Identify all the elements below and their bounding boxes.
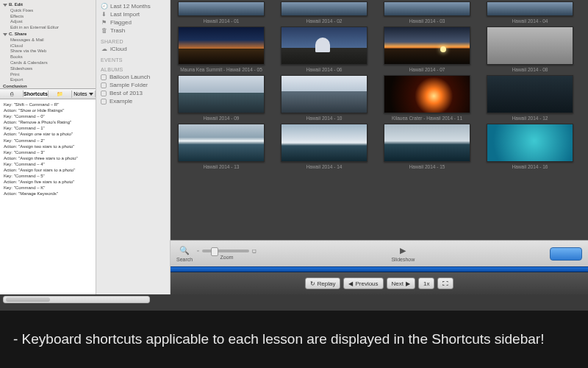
import-icon: ⬇ bbox=[101, 11, 107, 18]
nav-item[interactable]: iCloud bbox=[3, 43, 93, 49]
sidebar-item-icloud[interactable]: ☁iCloud bbox=[101, 45, 165, 53]
tab-notes[interactable]: Notes bbox=[72, 91, 96, 97]
next-button[interactable]: Next▶ bbox=[387, 277, 415, 289]
thumbnail-caption: Hawaii 2014 - 13 bbox=[178, 164, 265, 169]
shortcut-line: Key: "Command – 0" bbox=[4, 113, 92, 119]
photo-thumbnail[interactable]: Kilauea Crater - Hawaii 2014 - 11 bbox=[384, 75, 470, 121]
thumbnail-caption: Hawaii 2014 - 04 bbox=[487, 18, 573, 24]
sidebar-item-album[interactable]: Sample Folder bbox=[101, 81, 165, 89]
library-sidebar: 🕘Last 12 Months ⬇Last Import ⚑Flagged 🗑T… bbox=[96, 0, 171, 294]
events-header: EVENTS bbox=[101, 57, 165, 63]
nav-item[interactable]: Messages & Mail bbox=[3, 38, 93, 43]
shortcut-line: Action: "Remove a Photo's Rating" bbox=[4, 119, 92, 125]
shortcut-line: Key: "Command – 3" bbox=[4, 149, 92, 155]
photo-thumbnail[interactable]: Hawaii 2014 - 13 bbox=[178, 124, 265, 169]
progress-bar[interactable] bbox=[171, 266, 588, 272]
nav-item[interactable]: Slideshows bbox=[3, 66, 93, 72]
horizontal-scrollbar[interactable] bbox=[3, 296, 150, 303]
shortcut-line: Key: "Command – 4" bbox=[4, 161, 92, 167]
thumbnail-image bbox=[384, 124, 470, 162]
photo-thumbnail[interactable]: Hawaii 2014 - 03 bbox=[384, 1, 470, 24]
thumbnail-caption: Hawaii 2014 - 03 bbox=[384, 18, 470, 24]
sidebar-item-flagged[interactable]: ⚑Flagged bbox=[101, 18, 165, 26]
nav-item[interactable]: Share via the Web bbox=[3, 49, 93, 54]
nav-group-share[interactable]: C. Share bbox=[3, 32, 93, 38]
shortcut-line: Key: "Command – 5" bbox=[4, 173, 92, 179]
search-button[interactable]: 🔍 Search bbox=[176, 246, 193, 262]
photo-thumbnail[interactable]: Hawaii 2014 - 04 bbox=[487, 1, 573, 24]
content-area: Hawaii 2014 - 01Hawaii 2014 - 02Hawaii 2… bbox=[171, 0, 588, 294]
nav-group-edit[interactable]: B. Edit bbox=[3, 2, 93, 8]
photo-thumbnail[interactable]: Hawaii 2014 - 10 bbox=[281, 75, 368, 121]
sidebar-item-album[interactable]: Balloon Launch bbox=[101, 73, 165, 81]
trash-icon: 🗑 bbox=[101, 27, 107, 34]
notes-tabs: ⎙ Shortcuts 📁 Notes bbox=[0, 89, 96, 99]
checkbox-icon[interactable] bbox=[101, 74, 107, 80]
thumbnail-image bbox=[487, 26, 573, 65]
nav-item[interactable]: Export bbox=[3, 77, 93, 83]
tab-shortcuts[interactable]: Shortcuts bbox=[24, 91, 49, 97]
nav-item[interactable]: Cards & Calendars bbox=[3, 60, 93, 66]
shortcut-line: Action: "Assign one star to a photo" bbox=[4, 131, 92, 137]
photo-thumbnail[interactable]: Hawaii 2014 - 08 bbox=[487, 26, 573, 72]
nav-item[interactable]: Books bbox=[3, 54, 93, 60]
nav-item[interactable]: Quick Fixes bbox=[3, 8, 93, 14]
slideshow-button[interactable]: ▶ Slideshow bbox=[391, 246, 415, 262]
flag-icon: ⚑ bbox=[101, 19, 107, 26]
checkbox-icon[interactable] bbox=[101, 91, 107, 96]
tab-icon-folder[interactable]: 📁 bbox=[49, 91, 72, 98]
checkbox-icon[interactable] bbox=[101, 99, 107, 105]
thumbnail-image bbox=[178, 1, 265, 16]
replay-button[interactable]: ↻Replay bbox=[305, 277, 341, 289]
bottom-toolbar: 🔍 Search ▫◻ Zoom ▶ Slideshow bbox=[171, 240, 588, 266]
thumbnail-image bbox=[281, 26, 368, 65]
nav-item[interactable]: Effects bbox=[3, 14, 93, 20]
photo-thumbnail[interactable]: Hawaii 2014 - 06 bbox=[281, 26, 368, 72]
thumbnail-image bbox=[487, 1, 573, 16]
playback-controls: ↻Replay ◀Previous Next▶ 1x ⛶ bbox=[171, 272, 588, 294]
photo-thumbnail[interactable]: Mauna Kea Summit - Hawaii 2014 - 05 bbox=[178, 26, 265, 72]
albums-header: ALBUMS bbox=[101, 67, 165, 72]
photo-thumbnail[interactable]: Hawaii 2014 - 01 bbox=[178, 1, 265, 24]
sidebar-item-last-import[interactable]: ⬇Last Import bbox=[101, 10, 165, 18]
thumbnail-image bbox=[178, 75, 265, 113]
sidebar-item-last-12-months[interactable]: 🕘Last 12 Months bbox=[101, 2, 165, 10]
sidebar-item-album[interactable]: Best of 2013 bbox=[101, 89, 165, 97]
action-button[interactable] bbox=[550, 247, 582, 261]
sidebar-item-album[interactable]: Example bbox=[101, 97, 165, 105]
photo-thumbnail[interactable]: Hawaii 2014 - 07 bbox=[384, 26, 470, 72]
shortcut-line: Action: "Assign three stars to a photo" bbox=[4, 155, 92, 161]
zoom-slider[interactable] bbox=[202, 250, 249, 252]
shared-header: SHARED bbox=[101, 39, 165, 44]
nav-item[interactable]: Adjust bbox=[3, 19, 93, 25]
photo-thumbnail[interactable]: Hawaii 2014 - 14 bbox=[281, 124, 368, 169]
thumbnail-caption: Kilauea Crater - Hawaii 2014 - 11 bbox=[384, 116, 470, 121]
speed-button[interactable]: 1x bbox=[418, 277, 434, 289]
thumbnail-caption: Hawaii 2014 - 12 bbox=[487, 116, 573, 121]
photo-thumbnail[interactable]: Hawaii 2014 - 02 bbox=[281, 1, 368, 24]
thumbnail-image bbox=[178, 124, 265, 162]
notes-panel: ⎙ Shortcuts 📁 Notes Key: "Shift – Comman… bbox=[0, 88, 96, 294]
fullscreen-button[interactable]: ⛶ bbox=[437, 277, 453, 289]
photo-thumbnail[interactable]: Hawaii 2014 - 09 bbox=[178, 75, 265, 121]
zoom-out-icon: ▫ bbox=[197, 248, 198, 253]
fullscreen-icon: ⛶ bbox=[442, 280, 448, 287]
nav-item[interactable]: Edit in an External Editor bbox=[3, 25, 93, 31]
nav-item[interactable]: Print bbox=[3, 72, 93, 78]
photo-thumbnail[interactable]: Hawaii 2014 - 16 bbox=[487, 124, 573, 169]
workspace: B. Edit Quick Fixes Effects Adjust Edit … bbox=[0, 0, 588, 294]
sidebar-item-trash[interactable]: 🗑Trash bbox=[101, 26, 165, 35]
cloud-icon: ☁ bbox=[101, 46, 107, 52]
shortcuts-list: Key: "Shift – Command – R"Action: "Show … bbox=[0, 99, 96, 294]
zoom-control[interactable]: ▫◻ Zoom bbox=[197, 248, 256, 260]
checkbox-icon[interactable] bbox=[101, 82, 107, 88]
photo-thumbnail[interactable]: Hawaii 2014 - 12 bbox=[487, 75, 573, 121]
tab-icon-left[interactable]: ⎙ bbox=[0, 91, 24, 97]
prev-icon: ◀ bbox=[348, 280, 353, 287]
photo-thumbnail[interactable]: Hawaii 2014 - 15 bbox=[384, 124, 470, 169]
previous-button[interactable]: ◀Previous bbox=[343, 277, 383, 289]
thumbnail-grid[interactable]: Hawaii 2014 - 01Hawaii 2014 - 02Hawaii 2… bbox=[171, 0, 588, 240]
nav-tree: B. Edit Quick Fixes Effects Adjust Edit … bbox=[0, 0, 96, 88]
shortcut-line: Key: "Command – 1" bbox=[4, 125, 92, 131]
thumbnail-caption: Hawaii 2014 - 08 bbox=[487, 67, 573, 72]
